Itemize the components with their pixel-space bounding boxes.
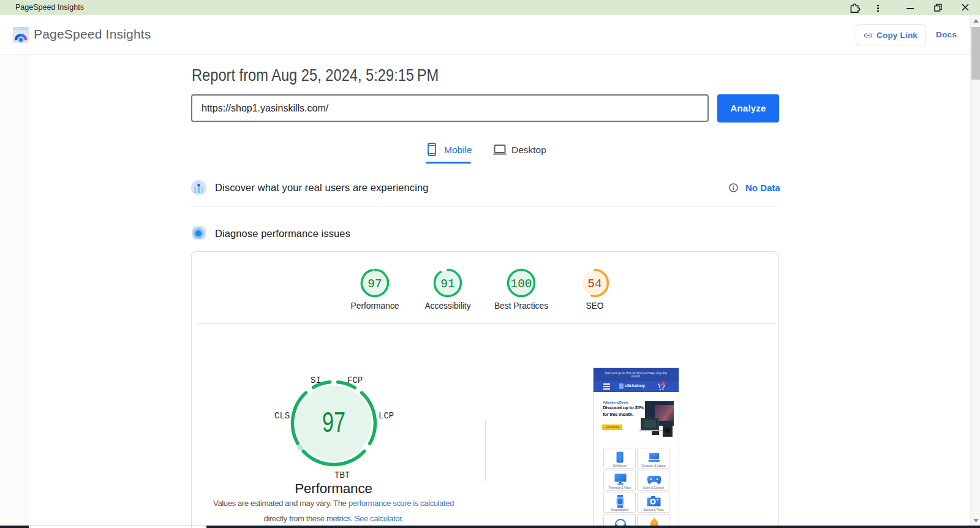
svg-text:100: 100	[510, 277, 532, 291]
svg-text:97: 97	[368, 277, 382, 291]
svg-text:91: 91	[440, 277, 454, 291]
svg-text:54: 54	[587, 277, 601, 291]
svg-text:97: 97	[322, 406, 345, 438]
